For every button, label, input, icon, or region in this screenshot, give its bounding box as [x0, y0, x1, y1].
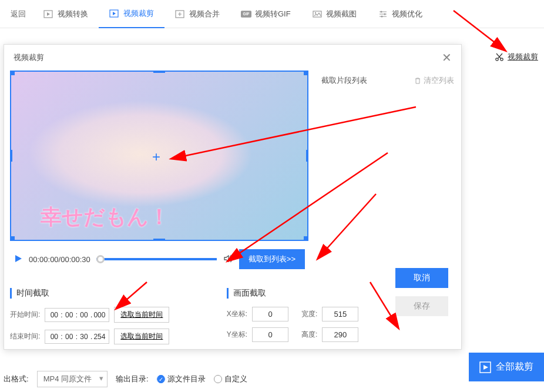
y-input[interactable]: 0: [252, 327, 288, 342]
tab-screenshot[interactable]: 视频截图: [301, 0, 367, 28]
format-select[interactable]: MP4 同原文件: [37, 371, 108, 387]
radio-custom-dir[interactable]: 自定义: [214, 374, 247, 384]
clip-list-header: 截取片段列表 清空列表: [321, 75, 454, 91]
optimize-icon: [378, 9, 388, 19]
tab-label: 视频优化: [392, 9, 422, 19]
center-cross-icon: +: [152, 149, 166, 163]
gif-icon: GIF: [241, 9, 251, 19]
capture-to-list-button[interactable]: 截取到列表>>: [239, 249, 305, 269]
trash-icon: [414, 77, 421, 84]
crop-handle-tl[interactable]: [10, 71, 15, 75]
radio-source-dir[interactable]: 源文件目录: [157, 374, 206, 384]
seek-slider[interactable]: [96, 258, 217, 260]
start-time-label: 开始时间:: [10, 310, 40, 320]
w-input[interactable]: 515: [322, 307, 358, 321]
tab-merge[interactable]: 视频合并: [164, 0, 230, 28]
crop-handle-b[interactable]: [153, 239, 165, 241]
time-section: 时间截取 开始时间: 00:00:00.000 选取当前时间 结束时间: 00:…: [10, 288, 215, 350]
svg-point-8: [384, 13, 385, 15]
radio-dot-icon: [214, 375, 222, 383]
svg-text:GIF: GIF: [243, 12, 250, 16]
dialog-header: 视频裁剪 ✕: [4, 45, 461, 71]
crop-handle-bl[interactable]: [10, 236, 15, 241]
convert-icon: [43, 9, 54, 19]
dialog-title: 视频裁剪: [14, 52, 44, 63]
crop-all-button[interactable]: 全部裁剪: [469, 353, 544, 381]
tab-gif[interactable]: GIF 视频转GIF: [230, 0, 301, 28]
tab-label: 视频裁剪: [123, 8, 154, 19]
screenshot-icon: [312, 9, 323, 19]
outdir-label: 输出目录:: [116, 374, 149, 384]
close-icon[interactable]: ✕: [442, 51, 452, 65]
video-caption: 幸せだもん！: [41, 203, 170, 232]
crop-dialog: 视频裁剪 ✕ + 幸せだもん！ 00:00:00/00:00:30: [4, 44, 462, 350]
video-preview[interactable]: + 幸せだもん！: [10, 71, 308, 241]
scissors-icon: [495, 52, 504, 62]
tab-label: 视频合并: [189, 9, 220, 19]
side-crop-label: 视频裁剪: [508, 52, 538, 62]
tab-label: 视频截图: [326, 9, 357, 19]
x-input[interactable]: 0: [252, 307, 288, 321]
format-label: 出格式:: [4, 374, 29, 384]
bottom-bar: 出格式: MP4 同原文件 输出目录: 源文件目录 自定义: [0, 371, 544, 387]
svg-rect-5: [313, 11, 321, 17]
cancel-button[interactable]: 取消: [395, 268, 448, 288]
play-icon[interactable]: [14, 254, 23, 265]
time-section-title: 时间截取: [10, 288, 215, 299]
pick-end-time-button[interactable]: 选取当前时间: [114, 329, 169, 344]
radio-dot-icon: [157, 375, 165, 383]
h-label: 高度:: [301, 330, 317, 340]
end-time-label: 结束时间:: [10, 331, 40, 341]
time-display: 00:00:00/00:00:30: [29, 255, 90, 264]
y-label: Y坐标:: [227, 330, 247, 340]
save-button[interactable]: 保存: [395, 296, 448, 316]
tab-crop[interactable]: 视频裁剪: [99, 0, 164, 28]
svg-point-7: [380, 11, 382, 12]
tab-optimize[interactable]: 视频优化: [367, 0, 433, 28]
side-crop-link[interactable]: 视频裁剪: [495, 52, 538, 62]
pick-start-time-button[interactable]: 选取当前时间: [114, 307, 169, 323]
end-time-input[interactable]: 00:00:30.254: [45, 330, 109, 344]
crop-handle-t[interactable]: [153, 71, 165, 73]
playback-row: 00:00:00/00:00:30 截取到列表>>: [10, 241, 308, 277]
back-button[interactable]: 返回: [4, 9, 33, 19]
crop-handle-br[interactable]: [304, 236, 308, 241]
clip-list-title: 截取片段列表: [321, 75, 367, 86]
crop-icon: [109, 8, 120, 19]
merge-icon: [175, 9, 186, 19]
top-tabs-bar: 返回 视频转换 视频裁剪 视频合并 GIF 视频转GIF 视频截图 视频优化: [0, 0, 544, 28]
tab-label: 视频转GIF: [255, 9, 291, 19]
play-box-icon: [479, 361, 491, 373]
crop-handle-tr[interactable]: [304, 71, 308, 75]
seek-knob[interactable]: [96, 255, 105, 263]
tab-convert[interactable]: 视频转换: [33, 0, 99, 28]
svg-point-9: [381, 15, 382, 17]
svg-point-6: [314, 12, 315, 13]
crop-handle-r[interactable]: [306, 150, 308, 162]
w-label: 宽度:: [301, 309, 317, 319]
tab-label: 视频转换: [58, 9, 88, 19]
volume-icon[interactable]: [223, 253, 233, 266]
clear-list-button[interactable]: 清空列表: [414, 75, 454, 86]
x-label: X坐标:: [227, 309, 247, 319]
crop-handle-l[interactable]: [10, 150, 12, 162]
h-input[interactable]: 290: [322, 327, 358, 342]
start-time-input[interactable]: 00:00:00.000: [45, 308, 109, 322]
